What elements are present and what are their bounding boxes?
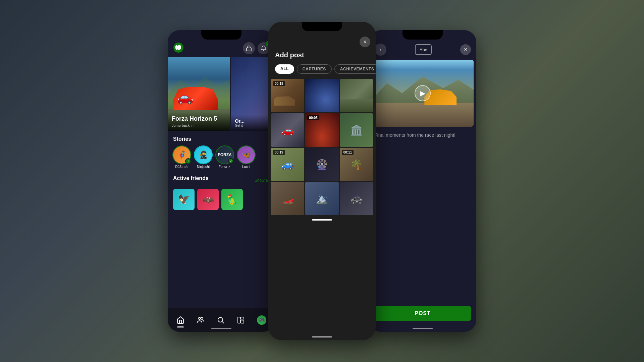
store-icon-btn[interactable] bbox=[243, 42, 255, 54]
phone-left: 2 Forza Horizon 5 Jump back in bbox=[168, 30, 275, 332]
desert-road bbox=[372, 103, 474, 127]
hero-subtitle-secondary: Get it bbox=[235, 124, 271, 127]
grid-item-0[interactable]: 00:19 bbox=[271, 79, 304, 112]
nav-friends[interactable] bbox=[193, 315, 209, 325]
progress-bar-container bbox=[268, 215, 376, 223]
play-button[interactable]: ▶ bbox=[415, 85, 431, 101]
story-avatar-forza: FORZA ✓ bbox=[216, 146, 233, 164]
add-post-title: Add post bbox=[268, 50, 376, 64]
image-grid: 00:19 🚗 bbox=[268, 79, 376, 215]
home-icon bbox=[176, 316, 184, 324]
grid-item-1[interactable] bbox=[305, 79, 338, 112]
grid-item-9[interactable]: 🏎️ bbox=[271, 182, 304, 215]
hero-overlay-main: Forza Horizon 5 Jump back in bbox=[168, 112, 230, 131]
story-item-ninjalchi[interactable]: 🥷 Ninjalchi bbox=[195, 146, 212, 169]
header-icons: 2 bbox=[243, 42, 270, 54]
search-icon bbox=[217, 316, 225, 324]
library-icon bbox=[237, 316, 245, 324]
bottom-indicator-left bbox=[211, 328, 231, 329]
grid-item-2[interactable] bbox=[340, 79, 373, 112]
friend-avatar-2[interactable]: 🦇 bbox=[197, 189, 219, 210]
notch-left bbox=[201, 30, 241, 40]
story-avatar-luchi: 🦋 bbox=[237, 146, 255, 164]
story-ring-ninjalchi bbox=[194, 145, 213, 164]
svg-rect-7 bbox=[241, 320, 244, 323]
story-name-djstrafe: DJStrafe bbox=[175, 165, 189, 169]
hero-title-main: Forza Horizon 5 bbox=[172, 115, 226, 123]
hero-title-secondary: Or... bbox=[235, 118, 271, 124]
filter-tabs: ALL CAPTURES ACHIEVEMENTS bbox=[268, 64, 376, 79]
bottom-indicator-right bbox=[413, 328, 433, 329]
friend-avatar-1[interactable]: 🦅 bbox=[173, 189, 195, 210]
story-item-djstrafe[interactable]: 🦸 + DJStrafe bbox=[173, 146, 191, 169]
xbox-logo-icon bbox=[173, 42, 184, 54]
story-item-luchi[interactable]: 🦋 Luchi bbox=[237, 146, 255, 169]
middle-phone-content: × Add post ALL CAPTURES ACHIEVEMENTS 00:… bbox=[268, 22, 376, 340]
video-area[interactable]: ▶ bbox=[372, 60, 474, 127]
left-phone-content: 2 Forza Horizon 5 Jump back in bbox=[168, 30, 275, 332]
grid-item-3[interactable]: 🚗 bbox=[271, 113, 304, 146]
nav-profile[interactable]: 🎮 bbox=[253, 314, 270, 326]
back-button[interactable]: ‹ bbox=[374, 44, 386, 56]
right-close-button[interactable]: × bbox=[460, 44, 471, 55]
grid-item-7[interactable]: 🎡 bbox=[305, 148, 338, 181]
story-name-ninjalchi: Ninjalchi bbox=[197, 165, 210, 169]
nav-search[interactable] bbox=[213, 315, 229, 325]
tab-captures[interactable]: CAPTURES bbox=[297, 64, 332, 74]
notch-right bbox=[402, 30, 443, 40]
hero-subtitle-main: Jump back in bbox=[172, 123, 226, 127]
grid-item-5[interactable]: 🏛️ bbox=[340, 113, 373, 146]
tab-all[interactable]: ALL bbox=[275, 64, 294, 74]
middle-header: × bbox=[268, 34, 376, 50]
grid-timer-6: 00:19 bbox=[273, 150, 285, 155]
video-scene: ▶ bbox=[372, 60, 474, 127]
notch-middle bbox=[302, 22, 342, 31]
friends-icon bbox=[197, 316, 205, 324]
phones-container: 2 Forza Horizon 5 Jump back in bbox=[0, 0, 644, 362]
post-button-container: POST bbox=[374, 306, 471, 321]
friend-avatar-3[interactable]: 🦜 bbox=[221, 189, 243, 210]
svg-rect-5 bbox=[238, 317, 240, 323]
friends-header: Active friends Show all bbox=[173, 175, 270, 185]
grid-timer-0: 00:19 bbox=[273, 81, 285, 86]
nav-home[interactable] bbox=[172, 315, 189, 325]
active-friends-section: Active friends Show all 🦅 🦇 🦜 bbox=[168, 171, 275, 213]
post-button[interactable]: POST bbox=[374, 306, 471, 321]
close-button[interactable]: × bbox=[360, 37, 370, 47]
grid-item-11[interactable]: 🚓 bbox=[340, 182, 373, 215]
active-friends-title: Active friends bbox=[173, 175, 209, 181]
grid-item-4[interactable]: 00:05 bbox=[305, 113, 338, 146]
grid-item-8[interactable]: 🌴 00:11 bbox=[340, 148, 373, 181]
stories-title: Stories bbox=[173, 136, 270, 142]
stories-row: 🦸 + DJStrafe 🥷 Ninjalchi bbox=[173, 146, 270, 169]
story-item-forza[interactable]: FORZA ✓ Forza ✓ bbox=[216, 146, 233, 169]
grid-item-6[interactable]: 🚙 00:19 bbox=[271, 148, 304, 181]
grid-timer-4: 00:05 bbox=[307, 115, 319, 120]
grid-item-10[interactable]: 🏔️ bbox=[305, 182, 338, 215]
bottom-indicator-middle bbox=[312, 336, 332, 338]
hero-section: Forza Horizon 5 Jump back in Or... Get i… bbox=[168, 57, 275, 131]
story-name-luchi: Luchi bbox=[242, 165, 250, 169]
friends-row: 🦅 🦇 🦜 bbox=[173, 189, 270, 210]
show-all-link[interactable]: Show all bbox=[255, 178, 270, 183]
tab-achievements[interactable]: ACHIEVEMENTS bbox=[334, 64, 376, 74]
svg-point-2 bbox=[199, 317, 201, 319]
right-phone-content: ‹ Abc × ▶ Final moments from the race la… bbox=[369, 30, 476, 332]
notifications-icon-btn[interactable]: 2 bbox=[258, 42, 270, 54]
story-add-btn[interactable]: + bbox=[185, 158, 191, 164]
story-avatar-ninjalchi: 🥷 bbox=[195, 146, 212, 164]
stories-section: Stories 🦸 + DJStrafe 🥷 bbox=[168, 131, 275, 171]
grid-timer-8: 00:11 bbox=[342, 150, 354, 155]
story-ring-luchi bbox=[237, 145, 256, 164]
text-formatting-button[interactable]: Abc bbox=[415, 44, 432, 55]
phone-right: ‹ Abc × ▶ Final moments from the race la… bbox=[369, 30, 476, 332]
svg-rect-6 bbox=[241, 317, 244, 319]
svg-point-3 bbox=[201, 317, 203, 319]
story-name-forza: Forza ✓ bbox=[219, 165, 231, 169]
svg-rect-1 bbox=[247, 48, 251, 51]
phone-middle: × Add post ALL CAPTURES ACHIEVEMENTS 00:… bbox=[268, 22, 376, 340]
nav-library[interactable] bbox=[233, 315, 249, 325]
hero-card-main[interactable]: Forza Horizon 5 Jump back in bbox=[168, 57, 230, 131]
verified-badge-forza: ✓ bbox=[228, 158, 233, 164]
caption-text: Final moments from the race last night! bbox=[374, 132, 471, 139]
